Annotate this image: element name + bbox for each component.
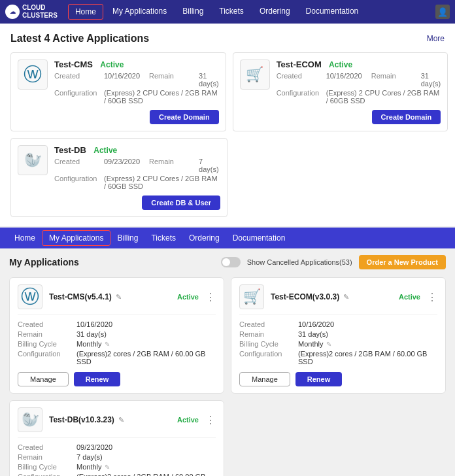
top-nav-my-applications[interactable]: My Applications [106, 4, 173, 20]
second-nav-home[interactable]: Home [8, 231, 42, 245]
cms-icon: ⓦ [18, 60, 48, 90]
my-db-header: 🦭 Test-DB(v10.3.23) ✎ Active ⋮ [18, 407, 216, 438]
my-apps-header: My Applications Show Cancelled Applicati… [9, 255, 446, 269]
db-config-row: Configuration (Express) 2 CPU Cores / 2G… [54, 175, 220, 190]
db-status: Active [93, 146, 117, 155]
second-nav-ordering[interactable]: Ordering [182, 231, 226, 245]
my-ecom-manage-btn[interactable]: Manage [239, 372, 290, 386]
my-ecom-icon-box: 🛒 [239, 284, 264, 309]
second-navbar: Home My Applications Billing Tickets Ord… [0, 228, 455, 248]
logo-icon: ☁ [5, 5, 20, 19]
dashboard-cards-grid: ⓦ Test-CMS Active Created 10/16/2020 Rem… [10, 52, 445, 131]
ecom-name: Test-ECOM [277, 60, 322, 69]
ecom-created-label: Created [277, 72, 322, 88]
cms-remain-val: 31 day(s) [199, 72, 219, 88]
my-ecom-name: Test-ECOM(v3.0.3) [271, 292, 339, 301]
more-link[interactable]: More [427, 34, 445, 43]
cms-status: Active [100, 60, 124, 69]
ecom-created-row: Created 10/16/2020 Remain 31 day(s) [277, 72, 441, 88]
my-cms-remain-label: Remain [18, 330, 76, 338]
db-icon-box: 🦭 [18, 145, 48, 175]
db-details: Created 09/23/2020 Remain 7 day(s) Confi… [54, 158, 220, 190]
top-nav-ordering[interactable]: Ordering [253, 4, 297, 20]
my-cms-status: Active [177, 293, 199, 301]
my-ecom-edit-icon[interactable]: ✎ [343, 293, 349, 301]
my-cms-name: Test-CMS(v5.4.1) [49, 292, 112, 301]
my-db-billing-val: Monthly ✎ [76, 463, 110, 471]
my-db-created-val: 09/23/2020 [76, 443, 112, 451]
order-new-product-btn[interactable]: Order a New Product [359, 255, 446, 269]
my-cms-billing-edit-icon[interactable]: ✎ [105, 341, 110, 348]
db-info: Test-DB Active Created 09/23/2020 Remain… [54, 145, 220, 190]
db-create-btn[interactable]: Create DB & User [142, 196, 220, 210]
db-config-val: (Express) 2 CPU Cores / 2GB RAM / 60GB S… [104, 175, 220, 190]
my-ecom-dots-menu[interactable]: ⋮ [427, 291, 437, 303]
my-cms-edit-icon[interactable]: ✎ [116, 293, 122, 301]
my-cms-remain-row: Remain 31 day(s) [18, 330, 216, 338]
top-nav-tickets[interactable]: Tickets [212, 4, 250, 20]
second-nav-billing[interactable]: Billing [110, 231, 144, 245]
dashboard-card-db: 🦭 Test-DB Active Created 09/23/2020 Rema… [10, 138, 228, 217]
user-icon[interactable]: 👤 [435, 5, 450, 19]
ecom-info: Test-ECOM Active Created 10/16/2020 Rema… [277, 60, 441, 105]
top-nav-documentation[interactable]: Documentation [299, 4, 365, 20]
show-cancelled-toggle[interactable] [221, 257, 241, 267]
db-remain-val: 7 day(s) [199, 158, 220, 173]
top-navbar: ☁ CLOUDCLUSTERS Home My Applications Bil… [0, 0, 455, 24]
my-wordpress-icon: ⓦ [21, 284, 39, 309]
ecom-status: Active [329, 60, 352, 69]
ecom-create-domain-btn[interactable]: Create Domain [372, 110, 441, 124]
my-db-created-label: Created [18, 443, 76, 451]
my-cms-header: ⓦ Test-CMS(v5.4.1) ✎ Active ⋮ [18, 284, 216, 315]
cms-create-domain-btn[interactable]: Create Domain [150, 110, 219, 124]
my-cms-renew-btn[interactable]: Renew [74, 372, 120, 386]
my-ecom-actions: Manage Renew [239, 372, 437, 386]
my-ecom-renew-btn[interactable]: Renew [295, 372, 342, 386]
my-db-config-label: Configuration [18, 473, 76, 476]
dashboard-section: Latest 4 Active Applications More ⓦ Test… [0, 24, 455, 226]
cms-config-val: (Express) 2 CPU Cores / 2GB RAM / 60GB S… [104, 89, 219, 105]
ecom-icon: 🛒 [246, 66, 263, 83]
empty-cell [231, 400, 446, 476]
second-nav-tickets[interactable]: Tickets [144, 231, 182, 245]
my-ecom-billing-edit-icon[interactable]: ✎ [326, 341, 331, 348]
top-nav-billing[interactable]: Billing [176, 4, 210, 20]
my-db-remain-val: 7 day(s) [76, 453, 103, 461]
my-db-status: Active [177, 416, 199, 424]
ecom-config-val: (Express) 2 CPU Cores / 2GB RAM / 60GB S… [326, 89, 441, 105]
my-ecom-remain-row: Remain 31 day(s) [239, 330, 437, 338]
my-cms-manage-btn[interactable]: Manage [18, 372, 69, 386]
dashboard-card-ecom: 🛒 Test-ECOM Active Created 10/16/2020 Re… [233, 52, 448, 131]
my-cms-billing-label: Billing Cycle [18, 340, 76, 348]
my-cms-config-val: (Express)2 cores / 2GB RAM / 60.00 GB SS… [76, 350, 216, 366]
cms-details: Created 10/16/2020 Remain 31 day(s) Conf… [54, 72, 219, 105]
cms-config-label: Configuration [54, 89, 100, 105]
my-db-config-row: Configuration (Express)2 cores / 2GB RAM… [18, 473, 216, 476]
my-cms-config-row: Configuration (Express)2 cores / 2GB RAM… [18, 350, 216, 366]
my-cms-billing-val: Monthly ✎ [76, 340, 110, 348]
cms-info: Test-CMS Active Created 10/16/2020 Remai… [54, 60, 219, 105]
my-db-edit-icon[interactable]: ✎ [118, 416, 124, 424]
my-db-icon: 🦭 [22, 411, 39, 428]
my-cms-dots-menu[interactable]: ⋮ [205, 291, 216, 303]
my-app-card-db: 🦭 Test-DB(v10.3.23) ✎ Active ⋮ Created 0… [9, 400, 224, 476]
ecom-config-row: Configuration (Express) 2 CPU Cores / 2G… [277, 89, 441, 105]
my-cms-config-label: Configuration [18, 350, 76, 366]
my-ecom-config-val: (Express)2 cores / 2GB RAM / 60.00 GB SS… [298, 350, 437, 366]
top-nav-home[interactable]: Home [68, 4, 103, 20]
my-app-card-ecom: 🛒 Test-ECOM(v3.0.3) ✎ Active ⋮ Created 1… [231, 277, 446, 394]
ecom-remain-val: 31 day(s) [421, 72, 441, 88]
my-cms-icon-box: ⓦ [18, 284, 42, 309]
second-nav-my-applications[interactable]: My Applications [42, 230, 110, 246]
second-nav-documentation[interactable]: Documentation [226, 231, 292, 245]
my-apps-controls: Show Cancelled Applications(53) Order a … [221, 255, 446, 269]
my-ecom-config-row: Configuration (Express)2 cores / 2GB RAM… [239, 350, 437, 366]
my-ecom-config-label: Configuration [239, 350, 298, 366]
my-ecom-created-label: Created [239, 320, 298, 328]
my-ecom-created-val: 10/16/2020 [298, 320, 334, 328]
my-db-dots-menu[interactable]: ⋮ [205, 414, 216, 426]
dashboard-card-cms: ⓦ Test-CMS Active Created 10/16/2020 Rem… [10, 52, 226, 131]
my-db-billing-edit-icon[interactable]: ✎ [105, 464, 110, 471]
toggle-label: Show Cancelled Applications(53) [247, 258, 352, 266]
my-cms-actions: Manage Renew [18, 372, 216, 386]
